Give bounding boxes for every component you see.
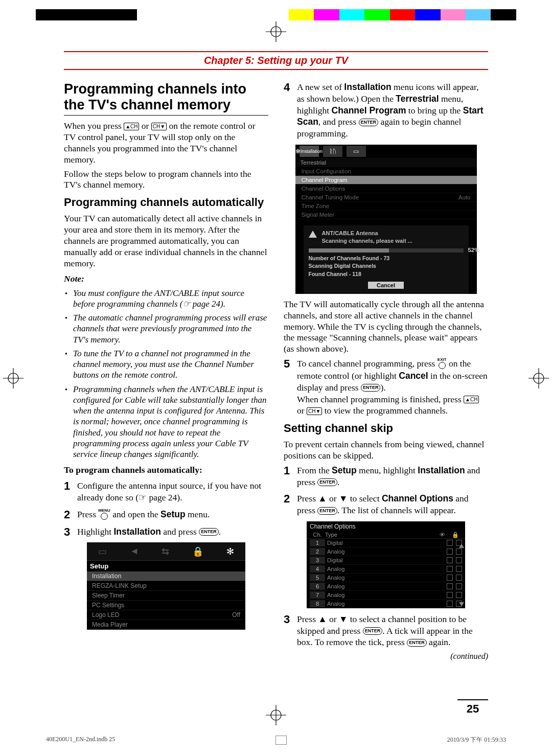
- print-footer: 40E200U1_EN-2nd.indb 25 2010/3/9 下午 01:5…: [46, 736, 506, 745]
- enter-button-icon: ENTER: [317, 478, 337, 486]
- step-item: Press ▲ or ▼ to select Channel Options a…: [284, 493, 488, 516]
- step-item: A new set of Installation menu icons wil…: [284, 81, 488, 140]
- installation-menu-screenshot: ✻ Installation ᚱᚢ ▭ Terrestrial Input Co…: [295, 145, 477, 294]
- note-item: You must configure the ANT/CABLE input s…: [73, 288, 268, 310]
- warning-icon: [309, 231, 317, 238]
- enter-button-icon: ENTER: [317, 507, 337, 515]
- menu-row: Signal Meter: [295, 211, 477, 219]
- table-row: 3Digital: [307, 556, 465, 565]
- note-item: Programming channels when the ANT/CABLE …: [73, 384, 268, 460]
- section-heading: Programming channels into the TV's chann…: [64, 81, 268, 116]
- after-scan-paragraph: The TV will automatically cycle through …: [284, 299, 488, 355]
- tab-icon: ▭: [98, 546, 107, 557]
- page-number: 25: [457, 699, 488, 716]
- table-row: 6Analog: [307, 582, 465, 591]
- subsection-heading: Setting channel skip: [284, 422, 488, 435]
- gear-icon: ✻ Installation: [300, 146, 319, 157]
- left-column: Programming channels into the TV's chann…: [64, 81, 268, 665]
- menu-row: Channel Tuning ModeAuto: [295, 193, 477, 202]
- antenna-icon: ᚱᚢ: [323, 146, 342, 157]
- channel-options-screenshot: Channel Options Ch. Type 👁 🔒 1Digital2An…: [307, 521, 465, 608]
- auto-intro: Your TV can automatically detect all act…: [64, 213, 268, 269]
- registration-mark-left: [3, 368, 24, 388]
- table-row: 8Analog: [307, 600, 465, 608]
- eye-icon: 👁: [435, 532, 449, 538]
- scan-message: Scanning channels, please wait ...: [322, 237, 412, 245]
- right-column: A new set of Installation menu icons wil…: [284, 81, 488, 665]
- scan-dialog: ANT/CABLE Antenna Scanning channels, ple…: [304, 225, 469, 294]
- col-header: Ch.: [310, 532, 325, 538]
- menu-row: Input Configuration: [295, 167, 477, 176]
- steps-list-cont2: To cancel channel programming, press EXI…: [284, 358, 488, 417]
- scroll-down-icon: [459, 602, 464, 606]
- menu-row: Time Zone: [295, 202, 477, 211]
- footer-timestamp: 2010/3/9 下午 01:59:33: [447, 736, 506, 745]
- menu-button-icon: MENU: [98, 509, 110, 520]
- enter-button-icon: ENTER: [361, 384, 381, 392]
- submenu-label: Terrestrial: [295, 158, 477, 167]
- enter-button-icon: ENTER: [363, 627, 383, 635]
- steps-list-cont: A new set of Installation menu icons wil…: [284, 81, 488, 140]
- setup-menu-screenshot: ▭ ◄ ⇆ 🔒 ✻ Setup Installation REGZA-LINK …: [87, 542, 245, 630]
- skip-steps: From the Setup menu, highlight Installat…: [284, 465, 488, 516]
- menu-row: PC Settings: [87, 601, 245, 610]
- intro-paragraph-2: Follow the steps below to program channe…: [64, 169, 268, 191]
- registration-color-bar: [36, 9, 516, 20]
- enter-button-icon: ENTER: [199, 528, 219, 536]
- step-item: From the Setup menu, highlight Installat…: [284, 465, 488, 488]
- note-item: To tune the TV to a channel not programm…: [73, 348, 268, 381]
- menu-title: Setup: [87, 561, 245, 571]
- intro-paragraph: When you press ▲CH or CH▼ on the remote …: [64, 121, 268, 166]
- enter-button-icon: ENTER: [359, 119, 379, 126]
- exit-button-icon: EXIT: [438, 358, 447, 369]
- subsection-heading: Programming channels automatically: [64, 196, 268, 209]
- menu-row: Media Player: [87, 620, 245, 630]
- table-row: 5Analog: [307, 574, 465, 582]
- cancel-button: Cancel: [368, 282, 404, 289]
- ch-up-icon: ▲CH: [464, 396, 479, 403]
- step-item: Highlight Installation and press ENTER.: [64, 526, 268, 538]
- table-row: 2Analog: [307, 547, 465, 556]
- menu-row: REGZA-LINK Setup: [87, 581, 245, 591]
- skip-steps-cont: Press ▲ or ▼ to select a channel positio…: [284, 613, 488, 648]
- table-title: Channel Options: [307, 521, 465, 532]
- scan-stat: Found Channel - 118: [309, 270, 464, 279]
- progress-bar: 52%: [309, 248, 464, 253]
- tab-icon: ◄: [130, 546, 139, 557]
- ch-up-icon: ▲CH: [124, 123, 139, 130]
- scan-stat: Scanning Digital Channels: [309, 262, 464, 270]
- registration-mark-right: [528, 368, 549, 388]
- gear-icon: ✻: [226, 546, 234, 557]
- scan-stat: Number of Channels Found - 73: [309, 255, 464, 263]
- scan-header: ANT/CABLE Antenna: [322, 230, 412, 237]
- registration-mark-top: [266, 21, 286, 42]
- enter-button-icon: ENTER: [407, 639, 427, 647]
- chapter-header: Chapter 5: Setting up your TV: [64, 51, 488, 70]
- skip-intro: To prevent certain channels from being v…: [284, 439, 488, 462]
- step-item: Press ▲ or ▼ to select a channel positio…: [284, 613, 488, 648]
- steps-list: Configure the antenna input source, if y…: [64, 480, 268, 537]
- footer-filename: 40E200U1_EN-2nd.indb 25: [46, 736, 115, 745]
- table-row: 1Digital: [307, 539, 465, 547]
- ch-down-icon: CH▼: [151, 123, 167, 130]
- table-row: 4Analog: [307, 565, 465, 574]
- step-item: Configure the antenna input source, if y…: [64, 480, 268, 503]
- menu-row: Installation: [87, 571, 245, 581]
- continued-label: (continued): [284, 651, 488, 661]
- menu-row: Logo LEDOff: [87, 610, 245, 620]
- menu-row: Channel Program: [295, 176, 477, 185]
- ch-down-icon: CH▼: [307, 407, 322, 415]
- lock-icon: 🔒: [449, 532, 462, 538]
- col-header: Type: [325, 532, 435, 538]
- scroll-up-icon: [459, 544, 464, 548]
- note-list: You must configure the ANT/CABLE input s…: [64, 288, 268, 460]
- display-icon: ▭: [347, 146, 366, 157]
- note-label: Note:: [64, 273, 268, 285]
- table-row: 7Analog: [307, 591, 465, 600]
- progress-percent: 52%: [468, 247, 479, 253]
- footer-page-box: [275, 736, 287, 745]
- note-item: The automatic channel programming proces…: [73, 312, 268, 345]
- menu-row: Channel Options: [295, 185, 477, 193]
- tab-icon: ⇆: [162, 546, 169, 557]
- procedure-heading: To program channels automatically:: [64, 465, 268, 476]
